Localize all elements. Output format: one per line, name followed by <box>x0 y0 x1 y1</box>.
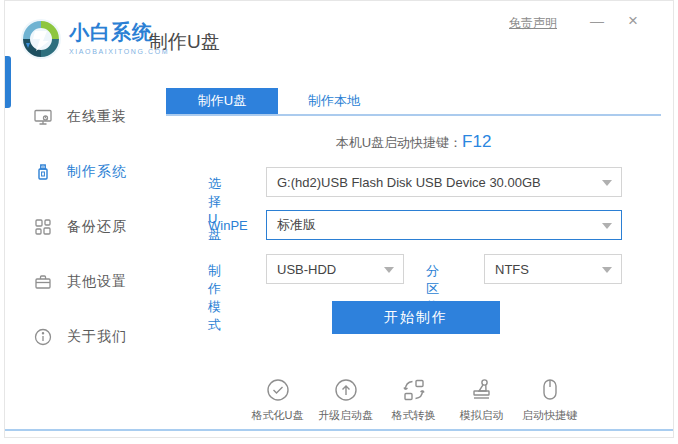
info-circle-icon <box>33 327 53 347</box>
close-button[interactable]: × <box>623 11 643 31</box>
start-make-button[interactable]: 开始制作 <box>332 301 500 334</box>
chevron-down-icon <box>384 267 394 273</box>
sidebar-item-label: 备份还原 <box>67 218 127 236</box>
tab-make-local[interactable]: 制作本地 <box>278 88 390 114</box>
chevron-down-icon <box>602 180 612 186</box>
sidebar: 在线重装 制作系统 备份还原 <box>5 89 165 364</box>
boot-hotkey-value: F12 <box>462 132 491 151</box>
tool-format-convert[interactable]: 格式转换 <box>380 377 448 423</box>
convert-icon <box>401 377 427 403</box>
sidebar-item-about-us[interactable]: 关于我们 <box>5 309 165 364</box>
sidebar-item-label: 关于我们 <box>67 328 127 346</box>
tool-label: 升级启动盘 <box>318 408 373 423</box>
sidebar-item-other-settings[interactable]: 其他设置 <box>5 254 165 309</box>
mouse-icon <box>537 377 563 403</box>
arrow-up-circle-icon <box>333 377 359 403</box>
winpe-select-value: 标准版 <box>277 216 316 234</box>
backup-grid-icon <box>33 217 53 237</box>
tool-boot-hotkey[interactable]: 启动快捷键 <box>516 377 584 423</box>
partition-select-value: NTFS <box>495 262 529 277</box>
stamp-icon <box>469 377 495 403</box>
tab-underline <box>166 114 661 116</box>
sidebar-item-backup-restore[interactable]: 备份还原 <box>5 199 165 254</box>
page-title: 制作U盘 <box>149 29 220 55</box>
check-circle-icon <box>265 377 291 403</box>
sidebar-item-online-reinstall[interactable]: 在线重装 <box>5 89 165 144</box>
tool-format-usb[interactable]: 格式化U盘 <box>244 377 312 423</box>
header: 小白系统 XIAOBAIXITONG.COM 制作U盘 免责声明 — × <box>5 1 673 81</box>
sidebar-item-make-system[interactable]: 制作系统 <box>5 144 165 199</box>
tool-label: 模拟启动 <box>460 408 504 423</box>
sidebar-item-label: 制作系统 <box>67 163 127 181</box>
sidebar-item-label: 其他设置 <box>67 273 127 291</box>
tool-label: 格式化U盘 <box>252 408 304 423</box>
sidebar-item-label: 在线重装 <box>67 108 127 126</box>
tab-bar: 制作U盘 制作本地 <box>166 88 661 115</box>
winpe-select-label: WinPE <box>208 218 248 233</box>
chevron-down-icon <box>602 223 612 229</box>
tool-simulate-boot[interactable]: 模拟启动 <box>448 377 516 423</box>
usb-select-value: G:(hd2)USB Flash Disk USB Device 30.00GB <box>277 175 541 190</box>
usb-drive-icon <box>33 162 53 182</box>
boot-hotkey-label: 本机U盘启动快捷键： <box>336 135 462 150</box>
chevron-down-icon <box>602 267 612 273</box>
disclaimer-link[interactable]: 免责声明 <box>509 15 557 32</box>
mode-select-label: 制作模式 <box>208 262 221 334</box>
usb-select-dropdown[interactable]: G:(hd2)USB Flash Disk USB Device 30.00GB <box>266 167 622 197</box>
minimize-button[interactable]: — <box>587 13 607 29</box>
app-window: 小白系统 XIAOBAIXITONG.COM 制作U盘 免责声明 — × 在线重… <box>4 0 674 438</box>
winpe-select-dropdown[interactable]: 标准版 <box>266 210 622 240</box>
partition-select-dropdown[interactable]: NTFS <box>484 254 622 284</box>
usb-select-label: 选择U盘 <box>208 175 221 244</box>
mode-select-dropdown[interactable]: USB-HDD <box>266 254 404 284</box>
boot-hotkey-hint: 本机U盘启动快捷键：F12 <box>166 132 661 152</box>
monitor-reinstall-icon <box>33 107 53 127</box>
briefcase-icon <box>33 272 53 292</box>
footer-toolbar: 格式化U盘 升级启动盘 格式转换 <box>166 377 661 423</box>
tool-label: 格式转换 <box>392 408 436 423</box>
app-logo-icon <box>19 17 63 61</box>
tool-upgrade-boot-disk[interactable]: 升级启动盘 <box>312 377 380 423</box>
bottom-accent-line <box>5 429 673 431</box>
tool-label: 启动快捷键 <box>522 408 577 423</box>
tab-make-usb[interactable]: 制作U盘 <box>166 88 278 114</box>
mode-select-value: USB-HDD <box>277 262 336 277</box>
